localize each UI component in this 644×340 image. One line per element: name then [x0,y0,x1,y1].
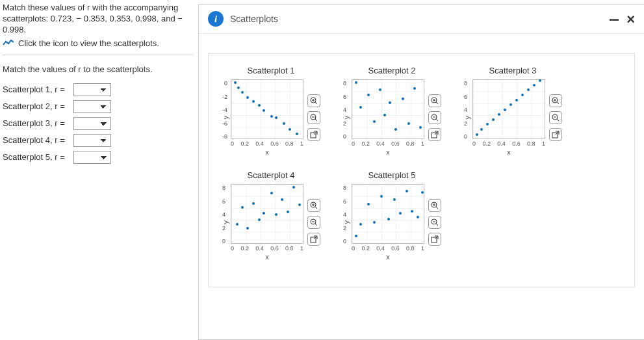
chart-title: Scatterplot 4 [248,170,295,180]
scatterplot-3: Scatterplot 3y8642000.20.40.60.81x [463,66,562,156]
svg-line-37 [436,207,438,209]
data-point [275,116,277,119]
data-point [486,123,489,125]
instruction-text: Match these values of r with the accompa… [3,3,193,36]
scatterplot-panel: i Scatterplots × Scatterplot 1y0-2-4-6-8… [198,4,644,340]
data-point [355,81,357,84]
data-point [411,210,413,213]
row-label-1: Scatterplot 1, r = [3,85,71,94]
data-point [389,101,391,104]
svg-line-19 [557,102,559,104]
data-point [373,221,376,224]
zoom-out-icon[interactable] [428,111,441,124]
popout-icon[interactable] [307,233,320,246]
select-r-3[interactable] [73,117,111,130]
data-point [275,213,277,216]
data-point [367,203,370,205]
close-icon[interactable]: × [626,12,635,27]
select-r-1[interactable] [73,83,111,96]
popout-icon[interactable] [428,128,441,141]
chart-title: Scatterplot 5 [368,170,416,180]
data-point [355,235,357,237]
data-point [399,212,402,215]
data-point [527,88,530,91]
svg-line-28 [315,207,317,209]
click-link-text[interactable]: Click the icon to view the scatterplots. [18,38,159,48]
data-point [246,96,249,99]
match-header: Match the values of r to the scatterplot… [3,64,193,74]
row-label-3: Scatterplot 3, r = [3,118,71,128]
data-point [407,122,410,125]
x-axis-label: x [231,253,303,261]
zoom-out-icon[interactable] [307,216,320,229]
zoom-in-icon[interactable] [307,94,320,107]
popout-icon[interactable] [428,233,441,246]
select-r-5[interactable] [73,151,111,164]
data-point [393,198,396,201]
svg-line-14 [436,119,438,121]
data-point [234,81,237,84]
data-point [476,133,478,136]
data-point [539,79,541,82]
plot-area: 86420 [352,79,424,139]
data-point [413,87,416,90]
x-ticks: 00.20.40.60.81 [352,140,424,147]
data-point [421,191,424,194]
data-point [515,99,518,101]
svg-line-23 [557,119,559,121]
data-point [241,91,244,94]
data-point [289,128,291,131]
x-ticks: 00.20.40.60.81 [231,245,303,252]
minimize-icon[interactable] [610,19,619,21]
data-point [252,202,255,205]
data-point [296,133,298,135]
data-point [480,128,483,131]
data-point [236,223,238,226]
plot-area: 0-2-4-6-8 [231,79,303,139]
row-label-5: Scatterplot 5, r = [3,152,71,162]
popout-icon[interactable] [549,128,562,141]
zoom-in-icon[interactable] [549,94,562,107]
data-point [417,216,419,218]
data-point [263,109,265,112]
zoom-out-icon[interactable] [428,216,441,229]
data-point [402,98,404,100]
plot-area: 86420 [352,184,424,244]
data-point [252,100,255,103]
data-point [292,186,295,189]
data-point [419,126,422,129]
plot-area: 86420 [231,184,303,244]
data-point [237,86,240,89]
select-r-4[interactable] [73,134,111,147]
svg-line-10 [436,102,438,104]
data-point [258,104,261,107]
svg-line-32 [315,224,317,226]
zoom-in-icon[interactable] [428,94,441,107]
data-point [380,195,383,198]
zoom-out-icon[interactable] [307,111,320,124]
chart-title: Scatterplot 3 [489,66,537,75]
data-point [379,88,381,91]
zoom-in-icon[interactable] [307,199,320,212]
zoom-out-icon[interactable] [549,111,562,124]
x-axis-label: x [231,148,303,156]
x-ticks: 00.20.40.60.81 [231,140,303,147]
data-point [241,206,244,209]
x-axis-label: x [352,253,424,261]
data-point [359,106,362,109]
plot-area: 86420 [472,79,545,139]
divider [3,55,193,55]
chart-title: Scatterplot 2 [368,66,416,75]
row-label-2: Scatterplot 2, r = [3,101,71,111]
data-point [492,118,495,121]
select-r-2[interactable] [73,100,111,113]
scatterplot-2: Scatterplot 2y8642000.20.40.60.81x [342,66,441,156]
scatterplot-5: Scatterplot 5y8642000.20.40.60.81x [342,170,441,261]
data-point [387,218,390,220]
zoom-in-icon[interactable] [428,199,441,212]
popout-icon[interactable] [307,128,320,141]
data-point [521,94,524,96]
scatterplot-1: Scatterplot 1y0-2-4-6-800.20.40.60.81x [222,66,320,156]
scatterplot-4: Scatterplot 4y8642000.20.40.60.81x [222,170,320,261]
chart-link-icon[interactable] [3,39,14,47]
